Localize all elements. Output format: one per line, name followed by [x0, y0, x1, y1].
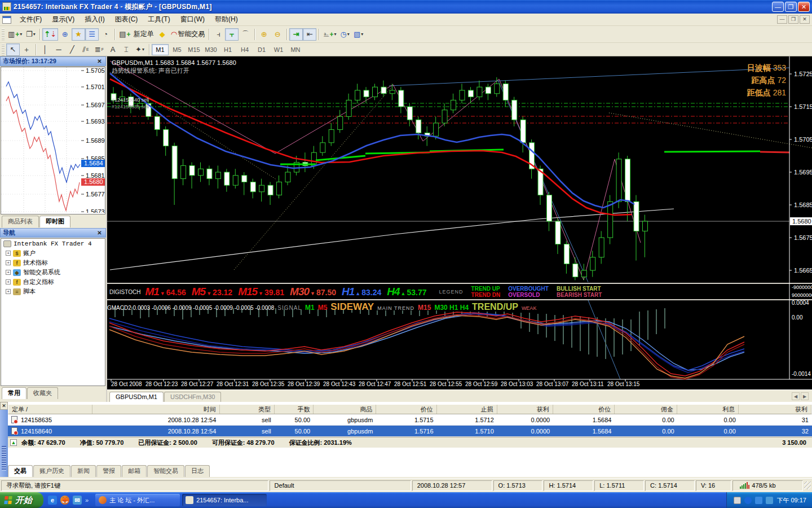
strategy-tester-button[interactable]: ◔	[99, 28, 112, 41]
taskbar-button-mt4[interactable]: 2154657: Interba...	[182, 494, 267, 506]
tab-scroll-left-icon[interactable]: ◀	[792, 392, 800, 400]
column-header-9[interactable]: 佣金	[615, 405, 677, 414]
start-button[interactable]: 开始	[0, 492, 43, 508]
zoom-in-button[interactable]: ⊕	[257, 28, 271, 41]
terminal-tab-6[interactable]: 日志	[185, 465, 210, 477]
tree-item-1[interactable]: +f技术指标	[1, 258, 105, 268]
terminal-drag-strip[interactable]: ✕	[0, 402, 8, 477]
menu-2[interactable]: 插入(I)	[80, 13, 109, 26]
arrows-tool[interactable]: ✦▾	[133, 43, 147, 56]
market-watch-tab-0[interactable]: 商品列表	[2, 216, 39, 227]
mdi-restore-button[interactable]: ❐	[788, 15, 798, 24]
navigator-tab-1[interactable]: 收藏夹	[27, 387, 58, 399]
expand-icon[interactable]: +	[6, 270, 11, 275]
auto-scroll-button[interactable]: ⇥	[289, 28, 303, 41]
resize-grip[interactable]	[804, 481, 811, 489]
period-button-mn[interactable]: MN	[287, 44, 304, 55]
expand-icon[interactable]: +	[6, 289, 11, 294]
column-header-7[interactable]: 获利	[497, 405, 553, 414]
new-chart-button[interactable]: ▥+▾	[6, 28, 24, 41]
column-header-10[interactable]: 利息	[677, 405, 739, 414]
expand-icon[interactable]: +	[6, 279, 11, 284]
navigator-tab-0[interactable]: 常用	[2, 387, 27, 399]
period-button-h1[interactable]: H1	[219, 44, 236, 55]
period-button-m30[interactable]: M30	[202, 44, 219, 55]
text-tool[interactable]: A	[106, 43, 120, 56]
market-watch-close-icon[interactable]: ✕	[96, 58, 103, 64]
cursor-tool[interactable]: ↖	[6, 43, 20, 56]
period-button-m5[interactable]: M5	[169, 44, 186, 55]
period-button-d1[interactable]: D1	[253, 44, 270, 55]
text-label-tool[interactable]: ⌶	[120, 43, 133, 56]
tree-root[interactable]: Interbank FX Trader 4	[1, 239, 105, 248]
menu-0[interactable]: 文件(F)	[15, 13, 47, 26]
navigator-toggle[interactable]: ★	[72, 28, 85, 41]
terminal-tab-5[interactable]: 智能交易	[147, 465, 184, 477]
candlestick-button[interactable]: ⫟	[225, 28, 239, 41]
tree-item-4[interactable]: +≡脚本	[1, 287, 105, 296]
column-header-8[interactable]: 价位	[553, 405, 615, 414]
quick-launch-icon[interactable]: ✉	[73, 496, 82, 505]
period-button-m15[interactable]: M15	[186, 44, 202, 55]
order-row-1[interactable]: 1241586402008.10.28 12:54sell50.00gbpusd…	[8, 426, 812, 437]
column-header-0[interactable]: 定单 /	[8, 405, 92, 414]
keyboard-tray-icon[interactable]	[734, 497, 741, 504]
toolbar-grip2[interactable]	[2, 44, 5, 55]
menu-4[interactable]: 工具(T)	[143, 13, 175, 26]
terminal-toggle[interactable]: ☰	[85, 28, 99, 41]
column-header-2[interactable]: 类型	[220, 405, 275, 414]
zoom-out-button[interactable]: ⊖	[271, 28, 284, 41]
volume-tray-icon[interactable]	[766, 497, 773, 504]
restore-button[interactable]: ❐	[785, 2, 797, 12]
column-header-5[interactable]: 价位	[376, 405, 436, 414]
navigator-close-icon[interactable]: ✕	[96, 230, 103, 236]
trendline-tool[interactable]: ╱	[65, 43, 79, 56]
mdi-minimize-button[interactable]: —	[777, 15, 787, 24]
column-header-4[interactable]: 商品	[314, 405, 376, 414]
menu-3[interactable]: 图表(C)	[110, 13, 143, 26]
order-row-0[interactable]: 1241586352008.10.28 12:54sell50.00gbpusd…	[8, 414, 812, 426]
periods-button[interactable]: ◷▾	[338, 28, 352, 41]
vertical-line-tool[interactable]: │	[38, 43, 52, 56]
column-header-1[interactable]: 时间	[92, 405, 220, 414]
menu-6[interactable]: 帮助(H)	[210, 13, 243, 26]
period-button-m1[interactable]: M1	[152, 44, 169, 55]
tree-item-3[interactable]: +f自定义指标	[1, 277, 105, 287]
horizontal-line-tool[interactable]: ─	[52, 43, 65, 56]
terminal-tab-3[interactable]: 警报	[96, 465, 121, 477]
firefox-icon[interactable]: 🦊	[60, 496, 69, 505]
chart-tab-1[interactable]: USDCHFm,M30	[164, 392, 221, 402]
templates-button[interactable]: ▧▾	[352, 28, 365, 41]
terminal-tab-0[interactable]: 交易	[8, 465, 33, 477]
expand-icon[interactable]: +	[6, 260, 11, 265]
line-chart-button[interactable]: ⌒	[239, 28, 252, 41]
terminal-tab-2[interactable]: 新闻	[71, 465, 96, 477]
crosshair-tool[interactable]: ＋	[20, 43, 33, 56]
expert-advisors-button[interactable]: ◠智能交易	[169, 28, 206, 41]
column-header-11[interactable]: 获利	[739, 405, 811, 414]
mdi-close-button[interactable]: ✕	[800, 15, 810, 24]
terminal-tab-1[interactable]: 账户历史	[33, 465, 70, 477]
expert-enable-button[interactable]: ◆	[156, 28, 169, 41]
channel-tool[interactable]: ⫽E	[79, 43, 92, 56]
ie-icon[interactable]: e	[48, 496, 57, 505]
column-header-3[interactable]: 手数	[275, 405, 314, 414]
toolbar-grip[interactable]	[2, 29, 5, 40]
period-button-w1[interactable]: W1	[270, 44, 287, 55]
terminal-close-icon[interactable]: ✕	[0, 402, 8, 410]
column-header-6[interactable]: 止损	[437, 405, 497, 414]
chart-tab-0[interactable]: GBPUSDm,M1	[109, 392, 164, 402]
quick-launch-overflow-icon[interactable]: »	[85, 497, 89, 503]
main-chart[interactable]: 1.57251.57151.57051.56951.56851.56751.56…	[107, 56, 812, 389]
minimize-button[interactable]: —	[772, 2, 784, 12]
bar-chart-button[interactable]: ⫞	[211, 28, 225, 41]
period-button-h4[interactable]: H4	[236, 44, 253, 55]
profiles-button[interactable]: ❐▾	[24, 28, 37, 41]
expand-icon[interactable]: +	[6, 251, 11, 256]
terminal-tab-4[interactable]: 邮箱	[122, 465, 147, 477]
fibonacci-tool[interactable]: ≣F	[92, 43, 106, 56]
tree-item-0[interactable]: +$账户	[1, 248, 105, 258]
data-window-button[interactable]: ⊕	[58, 28, 72, 41]
indicators-button[interactable]: ⎁+▾	[321, 28, 338, 41]
network-tray-icon[interactable]	[755, 497, 762, 504]
